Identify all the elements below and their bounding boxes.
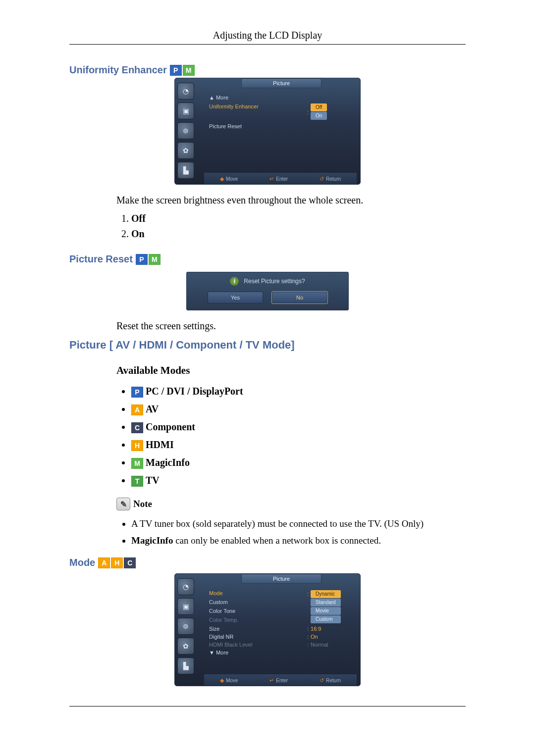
- m-mode-icon: M: [183, 65, 195, 76]
- p-mode-icon: P: [136, 254, 148, 265]
- osd-row-digital-nr: Digital NR: [209, 634, 304, 640]
- reset-yes-button[interactable]: Yes: [208, 292, 263, 303]
- osd-content: Picture ▲ More Uniformity Enhancer : Off…: [202, 78, 361, 185]
- note-tv-tuner: A TV tuner box (sold separately) must be…: [131, 515, 466, 532]
- osd-footer-move: ◆Move: [220, 176, 238, 182]
- osd-footer-move: ◆Move: [220, 677, 238, 684]
- mode-hdmi: H HDMI: [131, 436, 466, 454]
- osd-row-hdmi-black: HDMI Black Level: [209, 642, 304, 648]
- osd-val-hdmi-black: :Normal: [307, 642, 352, 648]
- osd-option-icon: ✿: [177, 638, 194, 655]
- osd-footer-return: ↺Return: [320, 176, 341, 182]
- h-mode-icon: H: [131, 440, 143, 451]
- h-mode-icon: H: [111, 557, 123, 568]
- reset-no-button[interactable]: No: [272, 292, 327, 303]
- osd-val-digital-nr: :On: [307, 634, 352, 640]
- uniformity-osd-screenshot: ◔ ▣ ⊚ ✿ ▙ Picture ▲ More Uniformity Enha…: [69, 78, 466, 185]
- mode-component: C Component: [131, 418, 466, 436]
- osd-setup-icon: ⊚: [177, 618, 194, 635]
- osd-multi-icon: ▙: [177, 657, 194, 674]
- p-mode-icon: P: [131, 387, 143, 398]
- reset-dialog: i Reset Picture settings? Yes No: [186, 272, 349, 310]
- osd-opt-movie: Movie: [311, 607, 341, 615]
- bottom-rule: [69, 706, 466, 706]
- osd-sound-icon: ▣: [177, 102, 194, 119]
- section-uniformity: Uniformity Enhancer P M ◔ ▣ ⊚ ✿ ▙ Pictur…: [69, 64, 466, 242]
- reset-question: Reset Picture settings?: [244, 278, 305, 285]
- info-icon: i: [230, 277, 239, 286]
- mode-magicinfo: M MagicInfo: [131, 454, 466, 472]
- mode-title-row: Mode A H C: [69, 557, 466, 568]
- osd-picture-icon: ◔: [177, 578, 194, 595]
- osd-option-icon: ✿: [177, 142, 194, 159]
- available-modes-heading: Available Modes: [116, 364, 466, 377]
- osd-val-stack: : Off On: [307, 103, 352, 120]
- osd-sound-icon: ▣: [177, 598, 194, 615]
- p-mode-icon: P: [170, 65, 182, 76]
- uniformity-opt-off: Off: [131, 211, 466, 226]
- osd-icon-column: ◔ ▣ ⊚ ✿ ▙: [174, 573, 202, 686]
- osd-opt-off: Off: [311, 103, 327, 111]
- osd-opt-on: On: [311, 112, 327, 120]
- osd-rows: ▲ More Uniformity Enhancer : Off On Pict…: [204, 92, 357, 157]
- osd-title: Picture: [241, 574, 321, 584]
- note-label: Note: [133, 499, 152, 509]
- osd-menu: ◔ ▣ ⊚ ✿ ▙ Picture Mode : Dynamic St: [174, 573, 361, 686]
- available-modes-list: P PC / DVI / DisplayPort A AV C Componen…: [116, 383, 466, 490]
- mode-osd-screenshot: ◔ ▣ ⊚ ✿ ▙ Picture Mode : Dynamic St: [69, 573, 466, 686]
- osd-row-color-temp: Color Temp.: [209, 617, 304, 624]
- uniformity-opt-on: On: [131, 226, 466, 242]
- reset-dialog-screenshot: i Reset Picture settings? Yes No: [69, 272, 466, 310]
- osd-row-custom: Custom: [209, 599, 304, 606]
- reset-button-row: Yes No: [193, 292, 342, 303]
- a-mode-icon: A: [131, 404, 143, 415]
- osd-icon-column: ◔ ▣ ⊚ ✿ ▙: [174, 78, 202, 185]
- mode-av: A AV: [131, 401, 466, 418]
- note-magicinfo: MagicInfo can only be enabled when a net…: [131, 532, 466, 549]
- section-picture-reset: Picture Reset P M i Reset Picture settin…: [69, 253, 466, 332]
- picture-reset-title: Picture Reset P M: [69, 253, 466, 265]
- osd-row-size: Size: [209, 626, 304, 632]
- c-mode-icon: C: [124, 557, 136, 568]
- c-mode-icon: C: [131, 422, 143, 433]
- note-icon: ✎: [116, 498, 130, 510]
- page: Adjusting the LCD Display Uniformity Enh…: [0, 0, 535, 736]
- mode-badges: A H C: [98, 557, 136, 568]
- m-mode-icon: M: [131, 458, 143, 469]
- osd-picture-icon: ◔: [177, 83, 194, 100]
- osd-val-empty: [307, 123, 352, 129]
- osd-footer: ◆Move ↵Enter ↺Return: [204, 173, 357, 185]
- mode-tv: T TV: [131, 472, 466, 490]
- osd-row-color-tone: Color Tone: [209, 608, 304, 615]
- osd-opt-dynamic: Dynamic: [311, 590, 341, 598]
- t-mode-icon: T: [131, 476, 143, 487]
- picture-reset-desc: Reset the screen settings.: [116, 320, 466, 332]
- osd-val-mode-stack: : Dynamic Standard Movie Custom: [307, 590, 352, 624]
- reset-question-row: i Reset Picture settings?: [193, 277, 342, 286]
- osd-row-mode: Mode: [209, 590, 304, 597]
- osd-setup-icon: ⊚: [177, 122, 194, 139]
- osd-val-size: :16:9: [307, 626, 352, 632]
- note-heading: ✎ Note: [116, 498, 466, 510]
- uniformity-title: Uniformity Enhancer P M: [69, 64, 466, 76]
- section-picture-av: Picture [ AV / HDMI / Component / TV Mod…: [69, 339, 466, 549]
- picture-reset-badges: P M: [136, 254, 160, 265]
- osd-content: Picture Mode : Dynamic Standard Movie Cu…: [202, 573, 361, 686]
- osd-more-up: ▲ More: [209, 95, 352, 101]
- osd-footer-enter: ↵Enter: [269, 176, 288, 182]
- osd-footer: ◆Move ↵Enter ↺Return: [204, 674, 357, 686]
- osd-multi-icon: ▙: [177, 162, 194, 179]
- osd-rows: Mode : Dynamic Standard Movie Custom Cus…: [204, 587, 357, 658]
- section-mode: Mode A H C ◔ ▣ ⊚ ✿ ▙ Picture Mode: [69, 557, 466, 686]
- top-rule: [69, 44, 466, 45]
- mode-pc: P PC / DVI / DisplayPort: [131, 383, 466, 401]
- page-header-title: Adjusting the LCD Display: [69, 30, 466, 44]
- uniformity-badges: P M: [170, 65, 195, 76]
- osd-row-uniformity: Uniformity Enhancer: [209, 103, 304, 120]
- m-mode-icon: M: [149, 254, 160, 265]
- osd-more-down: ▼ More: [209, 650, 352, 655]
- uniformity-title-text: Uniformity Enhancer: [69, 64, 167, 76]
- osd-footer-enter: ↵Enter: [269, 677, 288, 684]
- osd-footer-return: ↺Return: [320, 677, 341, 684]
- osd-opt-standard: Standard: [311, 599, 341, 606]
